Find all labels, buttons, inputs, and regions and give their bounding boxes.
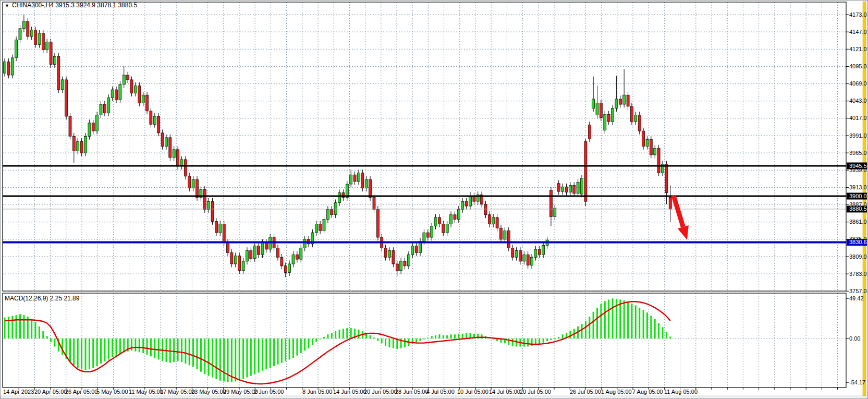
candle	[196, 176, 199, 201]
macd-tick-label: -54.17	[849, 379, 865, 385]
time-tick-label: 1 Aug 05:00	[601, 389, 632, 395]
macd-bar	[212, 338, 213, 378]
macd-bar	[135, 338, 136, 352]
time-tick-label: 11 May 05:00	[129, 389, 163, 395]
price-tick-label: 3809.0	[849, 253, 867, 260]
macd-bar	[254, 338, 255, 374]
macd-bar	[346, 328, 348, 338]
macd-bar	[292, 338, 294, 358]
macd-bar	[250, 338, 252, 376]
time-tick-label: 20 Jul 05:00	[520, 389, 551, 395]
macd-bar	[192, 338, 194, 367]
macd-bar	[246, 338, 248, 378]
time-tick-label: 20 Apr 05:00	[34, 389, 67, 395]
macd-bar	[85, 338, 87, 370]
macd-bar	[197, 338, 198, 369]
macd-indicator-label: MACD(12,26,9) 2.25 21.89	[5, 295, 79, 302]
time-tick-label: 7 Aug 05:00	[632, 389, 663, 395]
macd-bar	[150, 338, 152, 356]
time-tick-label: 26 Jul 05:00	[570, 389, 601, 395]
macd-bar	[335, 331, 336, 338]
macd-bar	[377, 338, 378, 341]
macd-bar	[551, 338, 552, 340]
price-tick-label: 4043.0	[849, 98, 867, 104]
svg-text:3880.5: 3880.5	[849, 205, 867, 212]
macd-bar	[527, 338, 529, 347]
time-axis[interactable]: 14 Apr 202320 Apr 05:0026 Apr 05:005 May…	[3, 389, 698, 395]
macd-bar	[92, 338, 94, 368]
macd-bar	[558, 337, 559, 338]
chart-canvas[interactable]: 4173.04147.04121.04095.04069.04043.04017…	[1, 1, 868, 399]
time-tick-label: 2 Jun 05:00	[254, 389, 284, 395]
candle	[11, 55, 14, 79]
macd-bar	[543, 338, 544, 343]
macd-bar	[96, 338, 98, 366]
price-tick-label: 4173.0	[849, 11, 867, 18]
candle	[15, 37, 18, 61]
macd-bar	[50, 338, 52, 342]
macd-bar	[666, 332, 667, 338]
window-chrome-bottom	[1, 396, 868, 399]
macd-bar	[516, 338, 517, 347]
macd-bar	[89, 338, 90, 369]
candle	[376, 206, 379, 240]
macd-bar	[539, 338, 540, 344]
macd-bar	[381, 338, 383, 343]
macd-bar	[581, 324, 583, 338]
price-tick-label: 4121.0	[849, 46, 867, 52]
macd-bar	[69, 338, 71, 362]
macd-bar	[331, 333, 333, 338]
macd-bar	[612, 298, 614, 338]
macd-bar	[662, 327, 664, 338]
macd-bar	[100, 338, 102, 364]
macd-bar	[596, 308, 598, 338]
macd-bar	[123, 338, 125, 352]
svg-text:3830.6: 3830.6	[849, 239, 867, 245]
macd-bar	[177, 338, 179, 361]
macd-bar	[523, 338, 525, 347]
macd-bar	[658, 323, 659, 339]
time-tick-label: 11 Aug 05:00	[664, 389, 698, 395]
macd-bar	[315, 338, 317, 342]
price-tick-label: 3783.0	[849, 271, 867, 277]
window-background	[1, 1, 868, 399]
macd-bar	[296, 338, 298, 356]
candle	[638, 112, 641, 134]
macd-bar	[158, 338, 160, 359]
time-tick-label: 10 Jul 05:00	[457, 389, 488, 395]
window-chrome-right	[866, 1, 868, 399]
macd-bar	[466, 333, 467, 338]
macd-bar	[139, 338, 140, 352]
macd-bar	[142, 338, 144, 353]
macd-bar	[627, 302, 629, 338]
svg-text:3900.0: 3900.0	[849, 193, 867, 199]
macd-bar	[31, 319, 32, 338]
macd-bar	[327, 334, 328, 338]
symbol-quote-label: CHINA300-,H4 3915.3 3924.9 3878.1 3880.5	[12, 2, 137, 9]
macd-bar	[300, 338, 302, 353]
macd-bar	[358, 330, 360, 338]
time-tick-label: 14 Jul 05:00	[489, 389, 520, 395]
macd-bar	[412, 338, 413, 344]
macd-bar	[631, 304, 632, 338]
macd-bar	[639, 308, 640, 338]
macd-tick-label: 0.00	[849, 335, 860, 342]
time-tick-label: 5 May 05:00	[96, 389, 128, 395]
candle	[184, 156, 187, 180]
macd-bar	[646, 312, 648, 338]
candle	[57, 53, 60, 93]
time-tick-label: 14 Jun 05:00	[333, 389, 366, 395]
candle	[507, 227, 510, 251]
macd-bar	[227, 338, 229, 382]
macd-bar	[8, 317, 9, 338]
macd-bar	[308, 338, 310, 348]
candle	[369, 176, 372, 201]
macd-bar	[415, 338, 417, 343]
macd-bar	[438, 334, 440, 338]
candle	[650, 136, 652, 158]
chart-title[interactable]: ▼CHINA300-,H4 3915.3 3924.9 3878.1 3880.…	[5, 2, 137, 9]
macd-bar	[108, 338, 109, 359]
macd-tick-label: 49.42	[849, 295, 864, 301]
macd-bar	[81, 338, 82, 369]
symbol-dropdown-icon[interactable]: ▼	[5, 3, 9, 8]
